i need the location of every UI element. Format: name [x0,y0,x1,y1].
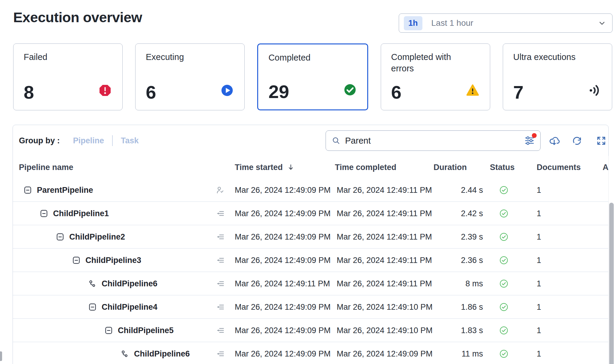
page-title: Execution overview [13,9,142,25]
collapse-toggle[interactable] [40,209,48,217]
card-label: Ultra executions [513,52,576,63]
table-row[interactable]: ChildPipeline4Mar 26, 2024 12:49:09 PMMa… [13,295,608,319]
documents-cell: 1 [537,349,541,358]
table-body: ParentPipelineMar 26, 2024 12:49:09 PMMa… [13,178,608,364]
table-row[interactable]: ChildPipeline6Mar 26, 2024 12:49:09 PMMa… [13,342,608,364]
documents-cell: 1 [537,279,541,288]
warning-triangle-icon [466,83,480,97]
status-card-completed-with-errors[interactable]: Completed with errors6 [381,43,490,110]
child-execution-icon [216,209,225,218]
column-header-duration[interactable]: Duration [434,163,467,172]
collapse-toggle[interactable] [24,186,32,194]
status-completed-icon [499,232,508,241]
group-by: Group by : PipelineTask [19,125,139,156]
time-started-cell: Mar 26, 2024 12:49:09 PM [235,349,331,358]
refresh-icon[interactable] [571,135,583,146]
column-header-documents[interactable]: Documents [537,163,581,172]
card-label: Executing [146,52,184,63]
time-completed-cell: Mar 26, 2024 12:49:09 PM [337,349,433,358]
time-completed-cell: Mar 26, 2024 12:49:11 PM [337,279,432,288]
table-row[interactable]: ChildPipeline3Mar 26, 2024 12:49:09 PMMa… [13,249,608,272]
table-row[interactable]: ParentPipelineMar 26, 2024 12:49:09 PMMa… [13,178,608,202]
execution-overview-page: Execution overview 1h Last 1 hour Failed… [0,0,614,364]
child-execution-icon [216,326,225,335]
column-header-time-started[interactable]: Time started [235,163,295,172]
documents-cell: 1 [537,302,541,312]
table-row[interactable]: ChildPipeline6Mar 26, 2024 12:49:11 PMMa… [13,272,608,295]
time-completed-cell: Mar 26, 2024 12:49:10 PM [337,302,433,312]
chevron-down-icon [598,19,606,27]
card-value: 6 [391,82,401,103]
scrollbar-thumb[interactable] [609,203,614,364]
collapse-toggle[interactable] [56,233,64,241]
left-edge-scroll-indicator [0,351,2,361]
card-label: Completed [268,52,310,64]
time-started-cell: Mar 26, 2024 12:49:11 PM [235,279,330,288]
child-execution-icon [216,255,225,265]
documents-cell: 1 [537,326,541,335]
pipeline-name[interactable]: ChildPipeline2 [69,232,125,241]
table-header: Pipeline nameTime startedTime completedD… [13,156,608,179]
collapse-toggle[interactable] [72,256,80,264]
pipeline-name[interactable]: ChildPipeline6 [134,349,190,358]
executions-panel: Group by : PipelineTask [13,125,609,364]
pipeline-name[interactable]: ChildPipeline3 [85,255,141,265]
child-execution-icon [216,302,225,312]
card-value: 29 [268,81,289,102]
status-completed-icon [499,255,508,265]
documents-cell: 1 [537,255,541,265]
time-completed-cell: Mar 26, 2024 12:49:11 PM [337,232,432,241]
table-row[interactable]: ChildPipeline1Mar 26, 2024 12:49:09 PMMa… [13,202,608,225]
pipeline-name[interactable]: ParentPipeline [37,185,93,195]
column-header-pipeline-name[interactable]: Pipeline name [19,163,73,172]
table-toolbar: Group by : PipelineTask [13,125,608,156]
pipeline-name[interactable]: ChildPipeline1 [53,209,109,218]
time-range-badge: 1h [404,16,422,30]
search-box [326,130,541,151]
duration-cell: 2.36 s [432,255,483,265]
column-header-time-completed[interactable]: Time completed [335,163,396,172]
time-completed-cell: Mar 26, 2024 12:49:11 PM [337,255,432,265]
status-card-failed[interactable]: Failed8 [13,43,123,110]
time-range-label: Last 1 hour [431,18,473,28]
card-label: Completed with errors [391,52,466,74]
status-card-completed[interactable]: Completed29 [257,43,368,110]
group-by-divider [112,135,113,146]
ultra-signal-icon [588,83,602,97]
time-started-cell: Mar 26, 2024 12:49:09 PM [235,302,331,312]
time-range-select[interactable]: 1h Last 1 hour [399,13,613,33]
column-header-a[interactable]: A [603,163,609,172]
table-row[interactable]: ChildPipeline5Mar 26, 2024 12:49:09 PMMa… [13,319,608,342]
column-header-status[interactable]: Status [490,163,515,172]
expand-icon[interactable] [596,135,607,146]
table-row[interactable]: ChildPipeline2Mar 26, 2024 12:49:09 PMMa… [13,225,608,249]
card-label: Failed [24,52,47,63]
card-value: 7 [513,82,523,103]
time-completed-cell: Mar 26, 2024 12:49:11 PM [337,185,432,195]
collapse-toggle[interactable] [105,326,113,334]
pipeline-name[interactable]: ChildPipeline6 [102,279,157,288]
group-by-option-task[interactable]: Task [121,136,139,145]
pipeline-name[interactable]: ChildPipeline4 [102,302,157,312]
time-started-cell: Mar 26, 2024 12:49:09 PM [235,232,331,241]
collapse-toggle[interactable] [88,303,97,311]
search-icon [332,136,340,145]
time-started-cell: Mar 26, 2024 12:49:09 PM [235,326,331,335]
status-card-executing[interactable]: Executing6 [135,43,245,110]
status-completed-icon [499,349,508,358]
group-by-label: Group by : [19,136,60,145]
documents-cell: 1 [537,232,541,241]
time-started-cell: Mar 26, 2024 12:49:09 PM [235,209,331,218]
status-completed-icon [499,185,508,195]
group-by-option-pipeline[interactable]: Pipeline [73,136,104,145]
time-started-cell: Mar 26, 2024 12:49:09 PM [235,255,331,265]
user-check-icon [216,185,225,195]
pipeline-name[interactable]: ChildPipeline5 [118,326,174,335]
child-execution-icon [216,232,225,241]
status-card-ultra-executions[interactable]: Ultra executions7 [503,43,612,110]
search-input[interactable] [345,136,540,146]
duration-cell: 1.86 s [432,302,483,312]
cloud-download-icon[interactable] [549,135,560,146]
duration-cell: 1.83 s [432,326,483,335]
duration-cell: 2.44 s [432,185,483,195]
